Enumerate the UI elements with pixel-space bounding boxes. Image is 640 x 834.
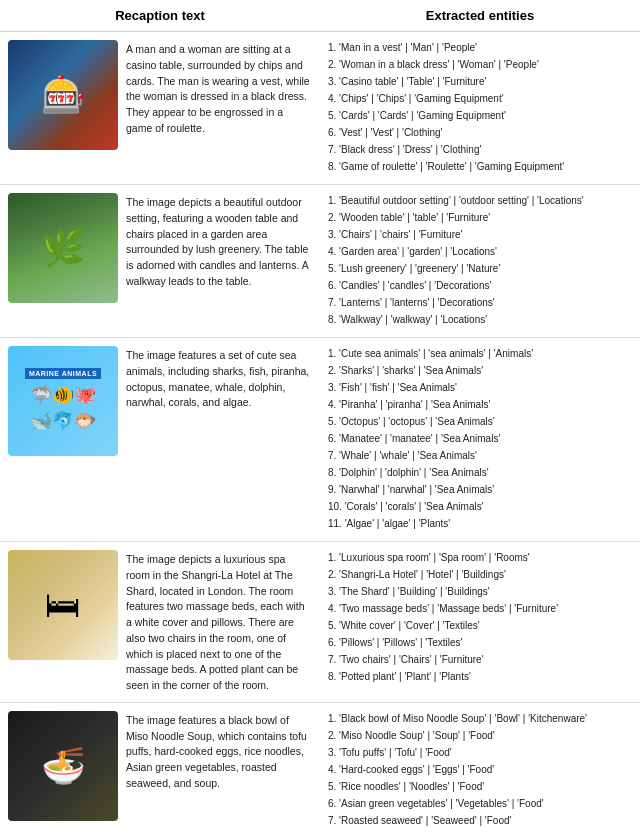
entity-2-4: 4. 'Garden area' | 'garden' | 'Locations… bbox=[328, 244, 632, 260]
row-3: MARINE ANIMALS 🦈🐠🐙🐋🐬🐡 The image features… bbox=[0, 338, 640, 542]
caption-3: The image features a set of cute sea ani… bbox=[126, 346, 312, 533]
entity-1-8: 8. 'Game of roulette' | 'Roulette' | 'Ga… bbox=[328, 159, 632, 175]
entity-1-6: 6. 'Vest' | 'Vest' | 'Clothing' bbox=[328, 125, 632, 141]
entity-2-3: 3. 'Chairs' | 'chairs' | 'Furniture' bbox=[328, 227, 632, 243]
entities-1: 1. 'Man in a vest' | 'Man' | 'People'2. … bbox=[320, 32, 640, 184]
entity-1-1: 1. 'Man in a vest' | 'Man' | 'People' bbox=[328, 40, 632, 56]
entity-4-4: 4. 'Two massage beds' | 'Massage beds' |… bbox=[328, 601, 632, 617]
row-5-left: 🍜The image features a black bowl of Miso… bbox=[0, 703, 320, 834]
caption-4: The image depicts a luxurious spa room i… bbox=[126, 550, 312, 694]
entities-4: 1. 'Luxurious spa room' | 'Spa room' | '… bbox=[320, 542, 640, 702]
row-4-left: 🛏The image depicts a luxurious spa room … bbox=[0, 542, 320, 702]
entity-2-1: 1. 'Beautiful outdoor setting' | 'outdoo… bbox=[328, 193, 632, 209]
row-3-left: MARINE ANIMALS 🦈🐠🐙🐋🐬🐡 The image features… bbox=[0, 338, 320, 541]
entity-2-7: 7. 'Lanterns' | 'lanterns' | 'Decoration… bbox=[328, 295, 632, 311]
entity-4-7: 7. 'Two chairs' | 'Chairs' | 'Furniture' bbox=[328, 652, 632, 668]
entity-3-5: 5. 'Octopus' | 'octopus' | 'Sea Animals' bbox=[328, 414, 632, 430]
thumbnail-4: 🛏 bbox=[8, 550, 118, 660]
entity-1-2: 2. 'Woman in a black dress' | 'Woman' | … bbox=[328, 57, 632, 73]
entity-3-8: 8. 'Dolphin' | 'dolphin' | 'Sea Animals' bbox=[328, 465, 632, 481]
row-2-left: 🌿The image depicts a beautiful outdoor s… bbox=[0, 185, 320, 337]
row-1: 🎰A man and a woman are sitting at a casi… bbox=[0, 32, 640, 185]
row-5: 🍜The image features a black bowl of Miso… bbox=[0, 703, 640, 834]
marine-label: MARINE ANIMALS bbox=[25, 368, 101, 379]
thumbnail-3: MARINE ANIMALS 🦈🐠🐙🐋🐬🐡 bbox=[8, 346, 118, 456]
entities-5: 1. 'Black bowl of Miso Noodle Soup' | 'B… bbox=[320, 703, 640, 834]
entity-5-3: 3. 'Tofu puffs' | 'Tofu' | 'Food' bbox=[328, 745, 632, 761]
entity-5-1: 1. 'Black bowl of Miso Noodle Soup' | 'B… bbox=[328, 711, 632, 727]
header-caption-label: Recaption text bbox=[0, 8, 320, 23]
entity-1-3: 3. 'Casino table' | 'Table' | 'Furniture… bbox=[328, 74, 632, 90]
caption-2: The image depicts a beautiful outdoor se… bbox=[126, 193, 312, 329]
entity-3-9: 9. 'Narwhal' | 'narwhal' | 'Sea Animals' bbox=[328, 482, 632, 498]
entity-3-6: 6. 'Manatee' | 'manatee' | 'Sea Animals' bbox=[328, 431, 632, 447]
caption-5: The image features a black bowl of Miso … bbox=[126, 711, 312, 830]
entity-4-3: 3. 'The Shard' | 'Building' | 'Buildings… bbox=[328, 584, 632, 600]
rows-container: 🎰A man and a woman are sitting at a casi… bbox=[0, 32, 640, 834]
header-entities-label: Extracted entities bbox=[320, 8, 640, 23]
entity-2-5: 5. 'Lush greenery' | 'greenery' | 'Natur… bbox=[328, 261, 632, 277]
thumbnail-1: 🎰 bbox=[8, 40, 118, 150]
entity-3-11: 11. 'Algae' | 'algae' | 'Plants' bbox=[328, 516, 632, 532]
entity-4-1: 1. 'Luxurious spa room' | 'Spa room' | '… bbox=[328, 550, 632, 566]
thumb-emoji-2: 🌿 bbox=[41, 227, 86, 269]
entity-1-5: 5. 'Cards' | 'Cards' | 'Gaming Equipment… bbox=[328, 108, 632, 124]
entity-1-4: 4. 'Chips' | 'Chips' | 'Gaming Equipment… bbox=[328, 91, 632, 107]
entity-3-10: 10. 'Corals' | 'corals' | 'Sea Animals' bbox=[328, 499, 632, 515]
thumb-emoji-4: 🛏 bbox=[45, 584, 81, 626]
entity-2-8: 8. 'Walkway' | 'walkway' | 'Locations' bbox=[328, 312, 632, 328]
marine-emoji: 🦈🐠🐙🐋🐬🐡 bbox=[30, 383, 96, 433]
entity-4-8: 8. 'Potted plant' | 'Plant' | 'Plants' bbox=[328, 669, 632, 685]
row-4: 🛏The image depicts a luxurious spa room … bbox=[0, 542, 640, 703]
thumb-emoji-5: 🍜 bbox=[41, 745, 86, 787]
entity-5-6: 6. 'Asian green vegetables' | 'Vegetable… bbox=[328, 796, 632, 812]
entity-3-2: 2. 'Sharks' | 'sharks' | 'Sea Animals' bbox=[328, 363, 632, 379]
thumbnail-5: 🍜 bbox=[8, 711, 118, 821]
entity-4-2: 2. 'Shangri-La Hotel' | 'Hotel' | 'Build… bbox=[328, 567, 632, 583]
entity-1-7: 7. 'Black dress' | 'Dress' | 'Clothing' bbox=[328, 142, 632, 158]
entity-5-7: 7. 'Roasted seaweed' | 'Seaweed' | 'Food… bbox=[328, 813, 632, 829]
entity-4-6: 6. 'Pillows' | 'Pillows' | 'Textiles' bbox=[328, 635, 632, 651]
caption-1: A man and a woman are sitting at a casin… bbox=[126, 40, 312, 176]
entity-5-4: 4. 'Hard-cooked eggs' | 'Eggs' | 'Food' bbox=[328, 762, 632, 778]
row-1-left: 🎰A man and a woman are sitting at a casi… bbox=[0, 32, 320, 184]
entity-2-6: 6. 'Candles' | 'candles' | 'Decorations' bbox=[328, 278, 632, 294]
entities-3: 1. 'Cute sea animals' | 'sea animals' | … bbox=[320, 338, 640, 541]
header: Recaption text Extracted entities bbox=[0, 0, 640, 32]
thumb-emoji-1: 🎰 bbox=[41, 74, 86, 116]
entity-5-5: 5. 'Rice noodles' | 'Noodles' | 'Food' bbox=[328, 779, 632, 795]
entity-3-1: 1. 'Cute sea animals' | 'sea animals' | … bbox=[328, 346, 632, 362]
entity-2-2: 2. 'Wooden table' | 'table' | 'Furniture… bbox=[328, 210, 632, 226]
thumbnail-2: 🌿 bbox=[8, 193, 118, 303]
entity-5-2: 2. 'Miso Noodle Soup' | 'Soup' | 'Food' bbox=[328, 728, 632, 744]
entity-4-5: 5. 'White cover' | 'Cover' | 'Textiles' bbox=[328, 618, 632, 634]
entity-3-3: 3. 'Fish' | 'fish' | 'Sea Animals' bbox=[328, 380, 632, 396]
entity-3-4: 4. 'Piranha' | 'piranha' | 'Sea Animals' bbox=[328, 397, 632, 413]
entity-3-7: 7. 'Whale' | 'whale' | 'Sea Animals' bbox=[328, 448, 632, 464]
entities-2: 1. 'Beautiful outdoor setting' | 'outdoo… bbox=[320, 185, 640, 337]
row-2: 🌿The image depicts a beautiful outdoor s… bbox=[0, 185, 640, 338]
